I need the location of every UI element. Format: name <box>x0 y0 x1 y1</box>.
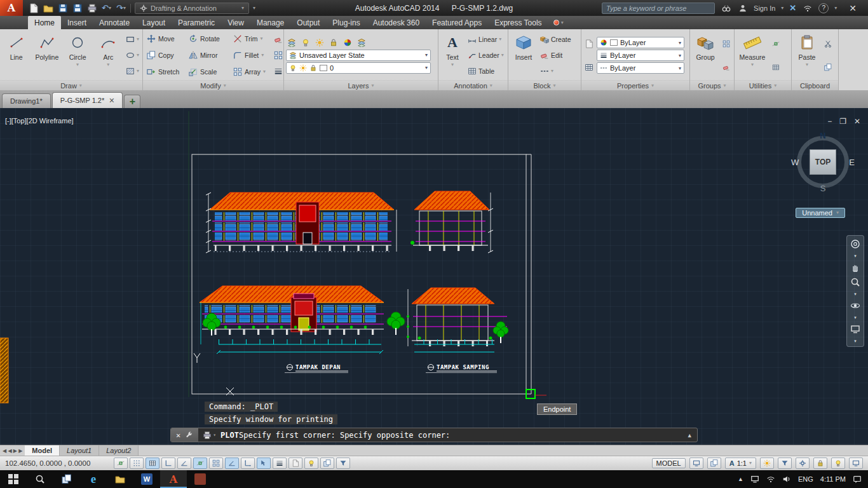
file-explorer-button[interactable] <box>107 470 133 488</box>
viewport-controls[interactable]: [-][Top][2D Wireframe] <box>5 117 74 125</box>
minimize-doc-button[interactable]: − <box>827 117 832 126</box>
grid-toggle[interactable] <box>146 458 159 469</box>
start-button[interactable] <box>0 470 27 488</box>
object-color-dropdown[interactable]: ByLayer ▾ <box>597 37 684 48</box>
viewcube-top-face[interactable]: TOP <box>810 149 836 175</box>
panel-label-annotation[interactable]: Annotation▾ <box>438 80 508 90</box>
saveas-button[interactable] <box>72 3 83 13</box>
scale-button[interactable]: Scale <box>187 65 231 78</box>
quick-view-layouts-button[interactable] <box>689 458 703 469</box>
selection-cycling-toggle[interactable] <box>320 458 334 469</box>
panel-label-utilities[interactable]: Utilities▾ <box>735 80 791 90</box>
workspace-switch-button[interactable] <box>796 458 810 469</box>
cut-button[interactable] <box>822 38 834 49</box>
layer-properties-button[interactable] <box>286 37 297 48</box>
stretch-button[interactable]: Stretch <box>145 65 187 78</box>
annotation-scale-control[interactable]: A 1:1 ▾ <box>725 458 756 469</box>
layer-off-button[interactable] <box>300 37 311 48</box>
save-button[interactable] <box>57 3 68 13</box>
panel-label-clipboard[interactable]: Clipboard <box>792 80 838 90</box>
drawing-canvas[interactable]: TAMPAK DEPAN <box>0 108 868 445</box>
network-tray-icon[interactable] <box>766 475 775 484</box>
explode-button[interactable] <box>273 50 284 60</box>
layer-lock-button[interactable] <box>328 37 339 48</box>
panel-label-modify[interactable]: Modify▾ <box>143 80 283 90</box>
arc-button[interactable]: Arc▾ <box>94 30 123 80</box>
show-hidden-icons-button[interactable]: ▲ <box>738 476 743 482</box>
ellipse-button[interactable]: ▾ <box>125 49 140 61</box>
lock-ui-button[interactable] <box>813 458 827 469</box>
tab-express-tools[interactable]: Express Tools <box>488 16 548 29</box>
taskbar-search-button[interactable] <box>27 470 53 488</box>
viewcube-north[interactable]: N <box>820 131 825 140</box>
circle-button[interactable]: Circle▾ <box>64 30 92 80</box>
tab-output[interactable]: Output <box>290 16 326 29</box>
close-command-line-button[interactable]: ✕ <box>176 431 180 440</box>
command-line[interactable]: ✕ ▾ PLOT Specify first corner: Specify o… <box>170 428 698 442</box>
ungroup-button[interactable] <box>721 38 732 49</box>
polyline-button[interactable]: Polyline <box>32 30 61 80</box>
text-button[interactable]: AText▾ <box>440 30 465 80</box>
close-tab-icon[interactable]: ✕ <box>109 97 114 105</box>
new-button[interactable] <box>28 3 39 13</box>
infer-constraints-toggle[interactable] <box>114 458 128 469</box>
volume-tray-icon[interactable] <box>782 475 791 484</box>
drawing-area[interactable]: TAMPAK DEPAN <box>0 108 868 445</box>
orbit-button[interactable] <box>850 301 860 311</box>
layout2-tab[interactable]: Layout2 <box>99 445 139 456</box>
workspace-switcher[interactable]: Drafting & Annotation ▾ <box>135 3 249 14</box>
edit-block-button[interactable]: Edit <box>539 49 573 61</box>
transparency-toggle[interactable] <box>288 458 302 469</box>
annotation-monitor-toggle[interactable] <box>336 458 350 469</box>
redo-button[interactable]: ↷▾ <box>116 3 126 13</box>
close-doc-button[interactable]: ✕ <box>854 117 860 126</box>
match-properties-button[interactable] <box>583 38 595 49</box>
help-button[interactable]: ? <box>818 3 829 13</box>
tab-parametric[interactable]: Parametric <box>172 16 221 29</box>
ribbon-options-button[interactable]: ▾ <box>548 16 569 29</box>
model-tab[interactable]: Model <box>25 445 60 456</box>
full-navigation-wheel-button[interactable] <box>850 239 860 249</box>
tab-autodesk360[interactable]: Autodesk 360 <box>367 16 426 29</box>
search-icon[interactable] <box>721 3 731 13</box>
doc-tab-drawing1[interactable]: Drawing1* <box>2 93 51 108</box>
layer-isolate-button[interactable] <box>314 37 325 48</box>
pan-button[interactable] <box>850 262 860 273</box>
tab-layout[interactable]: Layout <box>136 16 172 29</box>
insert-block-button[interactable]: Insert <box>510 30 537 80</box>
viewcube-east[interactable]: E <box>849 158 855 167</box>
quick-calc-button[interactable] <box>770 62 782 72</box>
paste-button[interactable]: Paste▾ <box>794 30 820 80</box>
tab-plugins[interactable]: Plug-ins <box>326 16 366 29</box>
fade-button[interactable] <box>273 65 284 76</box>
language-indicator[interactable]: ENG <box>798 475 813 483</box>
annotation-visibility-button[interactable] <box>760 458 774 469</box>
ortho-toggle[interactable] <box>161 458 175 469</box>
layout1-tab[interactable]: Layout1 <box>60 445 99 456</box>
ucs-unnamed-badge[interactable]: Unnamed▾ <box>796 208 845 218</box>
viewcube-south[interactable]: S <box>820 184 826 193</box>
open-button[interactable] <box>43 3 53 13</box>
dynamic-input-toggle[interactable] <box>257 458 271 469</box>
object-tracking-toggle[interactable] <box>225 458 239 469</box>
linear-dimension-button[interactable]: Linear▾ <box>466 34 505 46</box>
viewcube[interactable]: TOP N S W E <box>793 132 853 192</box>
group-button[interactable]: Group <box>692 30 719 80</box>
panel-label-groups[interactable]: Groups▾ <box>690 80 734 90</box>
connect-icon[interactable] <box>802 3 813 13</box>
word-app-button[interactable]: W <box>133 470 160 488</box>
plot-button[interactable] <box>86 3 97 13</box>
edge-button[interactable]: e <box>80 470 107 488</box>
polar-tracking-toggle[interactable] <box>177 458 191 469</box>
doc-tab-pgsmp[interactable]: P-G-SMP 1.2*✕ <box>52 92 123 108</box>
showmotion-button[interactable] <box>850 324 860 334</box>
autocad-logo-icon[interactable]: A <box>0 0 23 16</box>
create-block-button[interactable]: Create <box>539 34 573 46</box>
layer-dropdown[interactable]: 0 ▾ <box>286 62 431 74</box>
line-button[interactable]: Line <box>2 30 31 80</box>
layer-state-dropdown[interactable]: Unsaved Layer State ▾ <box>286 50 431 61</box>
lineweight-toggle[interactable] <box>273 458 287 469</box>
autoscale-button[interactable] <box>778 458 792 469</box>
rectangle-button[interactable]: ▾ <box>125 34 140 46</box>
search-input[interactable]: Type a keyword or phrase <box>602 3 715 14</box>
